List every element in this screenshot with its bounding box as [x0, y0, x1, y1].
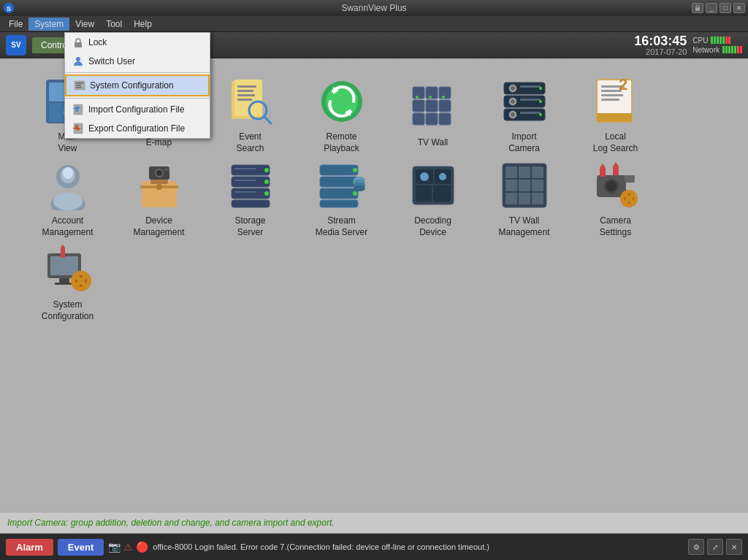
dropdown-lock[interactable]: Lock: [65, 33, 210, 52]
import-config-icon: [72, 104, 84, 115]
dropdown-divider2: [65, 98, 210, 99]
storage-server-icon: [225, 160, 276, 211]
svg-marker-130: [613, 162, 619, 166]
menu-help[interactable]: Help: [128, 18, 158, 31]
svg-rect-43: [413, 113, 424, 125]
svg-point-89: [264, 168, 269, 172]
icon-local-log-search[interactable]: 2 LocalLog Search: [570, 73, 661, 157]
close-icon-btn[interactable]: ✕: [726, 539, 742, 555]
close-button[interactable]: ✕: [733, 3, 745, 13]
account-management-icon: [42, 160, 94, 211]
event-button[interactable]: Event: [58, 539, 104, 556]
svg-rect-97: [320, 188, 358, 199]
menu-system[interactable]: System: [28, 18, 69, 31]
stream-media-server-label: StreamMedia Server: [316, 215, 367, 238]
svg-rect-6: [76, 83, 83, 84]
icon-camera-settings[interactable]: CameraSettings: [570, 157, 661, 241]
status-bar: Import Camera: group addition, deletion …: [0, 512, 748, 534]
icon-account-management[interactable]: AccountManagement: [22, 157, 113, 241]
settings-icon-btn[interactable]: ⚙: [688, 539, 704, 555]
tv-wall-management-icon: [499, 160, 550, 211]
svg-point-57: [511, 112, 515, 117]
clock-display: 16:03:45 2017-07-20: [634, 34, 687, 56]
dropdown-switch-user-label: Switch User: [88, 56, 135, 66]
svg-rect-45: [439, 113, 451, 125]
cpu-stat: CPU: [692, 37, 730, 45]
icon-system-configuration[interactable]: SystemConfiguration: [22, 241, 113, 325]
svg-rect-84: [165, 168, 169, 171]
svg-point-73: [63, 167, 73, 179]
icon-import-camera[interactable]: ImportCamera: [478, 73, 570, 157]
svg-point-55: [511, 99, 515, 104]
menu-file[interactable]: File: [3, 18, 28, 31]
svg-point-75: [53, 193, 83, 210]
svg-point-47: [429, 96, 432, 99]
svg-rect-119: [532, 180, 543, 191]
icon-tv-wall[interactable]: TV Wall: [387, 73, 478, 157]
icon-stream-media-server[interactable]: StreamMedia Server: [296, 157, 387, 241]
cpu-seg-4: [720, 37, 722, 44]
svg-rect-58: [520, 85, 541, 88]
svg-rect-2: [695, 7, 700, 11]
svg-rect-85: [232, 165, 270, 175]
cpu-seg-6: [725, 37, 728, 44]
net-seg-3: [728, 46, 730, 53]
icon-storage-server[interactable]: StorageServer: [205, 157, 296, 241]
svg-point-111: [420, 172, 429, 181]
dropdown-export-config[interactable]: Export Configuration File: [65, 119, 210, 138]
svg-rect-122: [532, 193, 543, 204]
svg-marker-128: [600, 164, 606, 168]
svg-marker-144: [61, 245, 65, 248]
svg-point-46: [416, 96, 419, 99]
icon-device-management[interactable]: DeviceManagement: [113, 157, 205, 241]
menu-tool[interactable]: Tool: [100, 18, 128, 31]
window-controls[interactable]: _ □ ✕: [692, 3, 745, 13]
dropdown-import-label: Import Configuration File: [88, 104, 184, 115]
app-title: SwannView Plus: [341, 3, 406, 13]
error-icon: 🔴: [136, 541, 148, 553]
date: 2017-07-20: [634, 47, 687, 56]
emap-label: E-map: [146, 137, 172, 149]
net-seg-7: [740, 46, 742, 53]
system-config-icon: [74, 80, 85, 91]
dropdown-system-config[interactable]: System Configuration: [65, 74, 210, 96]
svg-rect-115: [519, 166, 530, 178]
alarm-button[interactable]: Alarm: [6, 539, 53, 556]
svg-rect-86: [232, 177, 270, 187]
cpu-seg-5: [722, 37, 725, 44]
device-management-icon: [134, 160, 185, 211]
dropdown-import-config[interactable]: Import Configuration File: [65, 100, 210, 119]
svg-rect-7: [76, 85, 81, 86]
expand-icon-btn[interactable]: ⤢: [707, 539, 723, 555]
svg-rect-29: [237, 94, 255, 96]
svg-rect-27: [237, 85, 256, 88]
net-seg-4: [731, 46, 733, 53]
icon-decoding-device[interactable]: DecodingDevice: [387, 157, 478, 241]
svg-rect-117: [505, 180, 517, 191]
storage-server-label: StorageServer: [234, 215, 265, 238]
cpu-seg-2: [714, 37, 716, 44]
menu-view[interactable]: View: [69, 18, 100, 31]
app-logo: S: [3, 2, 15, 14]
dropdown-switch-user[interactable]: Switch User: [65, 52, 210, 71]
icon-tv-wall-management[interactable]: TV WallManagement: [478, 157, 570, 241]
restore-button[interactable]: □: [720, 3, 731, 13]
lock-icon: [72, 37, 84, 48]
svg-point-90: [264, 180, 269, 184]
svg-rect-70: [597, 113, 632, 122]
tv-wall-icon: [408, 82, 459, 133]
svg-rect-28: [237, 90, 253, 92]
icon-event-search[interactable]: EventSearch: [205, 73, 296, 157]
svg-rect-59: [520, 99, 541, 101]
svg-rect-44: [426, 113, 438, 125]
system-dropdown-menu: Lock Switch User System Configuration: [64, 32, 210, 139]
minimize-button[interactable]: _: [706, 3, 717, 13]
svg-point-125: [606, 181, 617, 191]
import-camera-icon: [499, 76, 550, 127]
camera-icon: 📷: [108, 541, 121, 553]
icon-remote-playback[interactable]: RemotePlayback: [296, 73, 387, 157]
svg-rect-109: [416, 185, 432, 202]
svg-point-61: [539, 87, 542, 90]
svg-rect-92: [234, 168, 256, 169]
svg-rect-39: [439, 87, 451, 99]
